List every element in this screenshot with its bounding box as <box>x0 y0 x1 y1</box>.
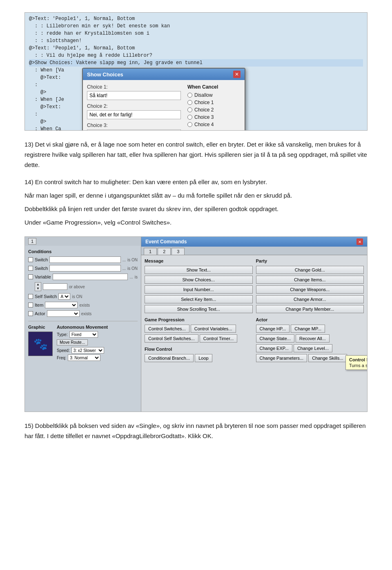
spin-button[interactable]: ▲ ▼ <box>35 282 41 291</box>
change-mp-button[interactable]: Change MP... <box>291 325 325 333</box>
cond-label: Actor <box>35 311 45 316</box>
dialog-close-button[interactable]: ✕ <box>233 71 241 78</box>
change-armor-button[interactable]: Change Armor... <box>256 295 364 303</box>
text-14-line2: Når man lager spill, er denne i utgangsp… <box>24 191 368 201</box>
radio-choice4[interactable]: Choice 4 <box>187 122 241 127</box>
text-14-line4: Under «Game Progression», velg «Control … <box>24 218 368 228</box>
conditions-tab[interactable]: 1 <box>28 238 36 245</box>
cond-select-actor[interactable] <box>47 310 80 317</box>
change-weapons-button[interactable]: Change Weapons... <box>256 285 364 294</box>
speed-label: Speed: <box>57 348 70 353</box>
ec-tab-3[interactable]: 3 <box>172 248 185 255</box>
cond-checkbox-switch1[interactable] <box>28 257 33 262</box>
ec-tab-2[interactable]: 2 <box>158 248 171 255</box>
cond-label: Switch <box>35 266 48 271</box>
choice3-input[interactable] <box>87 129 181 131</box>
editor-line: @>Text: 'People1', 1, Normal, Bottom <box>29 15 363 22</box>
show-choices-button[interactable]: Show Choices... <box>145 276 253 284</box>
autonomous-section: Autonomous Movement Type: Fixed Move Rou… <box>57 325 138 362</box>
cond-text: exists <box>81 312 92 316</box>
dialog-titlebar: Show Choices ✕ <box>83 69 245 80</box>
ec-close-button[interactable]: ✕ <box>356 238 363 245</box>
show-scrolling-text-button[interactable]: Show Scrolling Text... <box>145 305 253 313</box>
cond-text: is ON <box>127 258 138 262</box>
cond-label: Item <box>35 303 43 307</box>
cond-label: Self Switch <box>35 294 57 299</box>
cond-select-selfswitch[interactable]: A <box>58 293 70 300</box>
change-hp-button[interactable]: Change HP... <box>256 325 290 333</box>
recover-all-button[interactable]: Recover All... <box>296 334 330 343</box>
ec-body: Message Show Text... Show Choices... Inp… <box>141 255 367 365</box>
cond-row-switch2: Switch ... is ON <box>28 265 138 272</box>
flow-control-header: Flow Control <box>145 347 253 352</box>
freq-select[interactable]: 3: Normal <box>68 354 100 361</box>
change-exp-button[interactable]: Change EXP... <box>256 344 292 352</box>
radio-choice1[interactable]: Choice 1 <box>187 100 241 105</box>
radio-label: Disallow <box>194 92 213 98</box>
type-select[interactable]: Fixed <box>69 331 98 338</box>
spin-down[interactable]: ▼ <box>35 287 41 291</box>
move-route-button[interactable]: Move Route... <box>57 339 88 345</box>
control-variables-button[interactable]: Control Variables... <box>191 325 236 333</box>
control-switches-button[interactable]: Control Switches... <box>145 325 189 333</box>
select-key-item-button[interactable]: Select Key Item... <box>145 295 253 303</box>
change-party-member-button[interactable]: Change Party Member... <box>256 305 364 313</box>
text-15-line1: 15) Dobbeltklikk på boksen ved siden av … <box>24 421 368 441</box>
control-self-switches-button[interactable]: Control Self Switches... <box>145 334 198 343</box>
conditions-panel: 1 Conditions Switch ... is ON Switch ...… <box>25 237 141 412</box>
game-progression-header: Game Progression <box>145 317 253 322</box>
cond-input-switch2[interactable] <box>49 265 120 272</box>
cond-text: is ON <box>127 266 138 271</box>
control-timer-button[interactable]: Control Timer... <box>200 334 238 343</box>
change-items-button[interactable]: Change Items... <box>256 276 364 284</box>
cond-checkbox-selfswitch[interactable] <box>28 294 33 299</box>
actor-section-header: Actor <box>256 317 364 322</box>
radio-choice2[interactable]: Choice 2 <box>187 107 241 113</box>
cond-input-switch1[interactable] <box>49 256 120 263</box>
editor-line: : : redde han er Krystallblomsten som i <box>29 30 363 37</box>
cond-text: is ON <box>72 294 82 299</box>
graphic-label: Graphic <box>28 325 53 330</box>
speed-row: Speed: 3: x2 Slower <box>57 347 138 354</box>
input-number-button[interactable]: Input Number... <box>145 285 253 294</box>
show-choices-dialog[interactable]: Show Choices ✕ Choice 1: Choice 2: Choic… <box>82 68 245 131</box>
change-parameters-button[interactable]: Change Parameters... <box>256 354 307 362</box>
cond-text: or above <box>69 285 85 289</box>
spin-up[interactable]: ▲ <box>35 283 41 287</box>
bottom-screenshot: 1 Conditions Switch ... is ON Switch ...… <box>24 236 368 412</box>
autonomous-label: Autonomous Movement <box>57 325 138 330</box>
freq-label: Freq: <box>57 356 66 360</box>
show-text-button[interactable]: Show Text... <box>145 266 253 274</box>
loop-button[interactable]: Loop <box>195 354 212 362</box>
cond-dots: ... <box>122 258 126 262</box>
choice1-input[interactable] <box>87 91 181 100</box>
radio-label: Choice 1 <box>194 100 214 105</box>
choice2-input[interactable] <box>87 110 181 119</box>
change-level-button[interactable]: Change Level... <box>294 344 332 352</box>
message-section-header: Message <box>145 258 253 263</box>
radio-circle <box>187 115 192 120</box>
speed-select[interactable]: 3: x2 Slower <box>71 347 104 354</box>
radio-choice3[interactable]: Choice 3 <box>187 114 241 120</box>
cond-checkbox-switch2[interactable] <box>28 266 33 271</box>
ec-tab-1[interactable]: 1 <box>144 248 157 255</box>
graphic-auto-row: Graphic 🐾 Autonomous Movement Type: Fixe… <box>28 325 138 362</box>
conditional-branch-button[interactable]: Conditional Branch... <box>145 354 194 362</box>
tooltip-box: Control Switches Turns a switch ON/OFF. <box>345 355 368 370</box>
radio-disallow[interactable]: Disallow <box>187 92 241 98</box>
ec-title: Event Commands <box>145 239 187 245</box>
change-skills-button[interactable]: Change Skills... <box>308 354 347 362</box>
cond-checkbox-variable[interactable] <box>28 274 33 279</box>
editor-line: : : slottshagen! <box>29 37 363 45</box>
dialog-body: Choice 1: Choice 2: Choice 3: When Cance… <box>83 80 245 131</box>
cond-input-variable[interactable] <box>53 274 128 280</box>
change-gold-button[interactable]: Change Gold... <box>256 266 364 274</box>
type-row: Type: Fixed <box>57 331 138 338</box>
when-cancel-title: When Cancel <box>187 84 241 90</box>
cond-checkbox-item[interactable] <box>28 303 33 307</box>
graphic-thumbnail[interactable]: 🐾 <box>28 332 53 356</box>
or-above-input[interactable] <box>43 283 67 290</box>
cond-checkbox-actor[interactable] <box>28 311 33 316</box>
cond-select-item[interactable] <box>45 302 78 308</box>
change-state-button[interactable]: Change State... <box>256 334 294 343</box>
